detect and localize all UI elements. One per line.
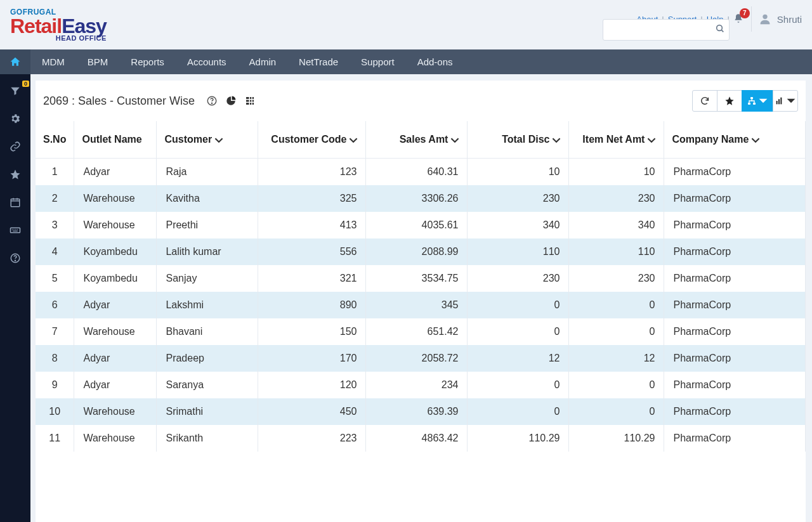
cell-customer: Sanjay <box>157 265 258 292</box>
col-header-outlet[interactable]: Outlet Name <box>74 121 157 159</box>
svg-rect-31 <box>780 98 782 105</box>
svg-rect-20 <box>246 100 249 102</box>
nav-admin[interactable]: Admin <box>238 49 288 74</box>
cell-sales: 2058.72 <box>366 345 468 372</box>
cell-sales: 234 <box>366 372 468 398</box>
cell-sno: 11 <box>36 425 74 452</box>
rail-filter-badge: 0 <box>22 81 29 87</box>
table-row[interactable]: 1AdyarRaja123640.311010PharmaCorp <box>36 159 806 186</box>
svg-rect-8 <box>12 230 13 230</box>
favorite-button[interactable] <box>717 90 742 112</box>
nav-reports[interactable]: Reports <box>119 49 176 74</box>
cell-company: PharmaCorp <box>664 345 806 372</box>
table-row[interactable]: 5KoyambeduSanjay3213534.75230230PharmaCo… <box>36 265 806 292</box>
cell-customer: Preethi <box>157 212 258 238</box>
svg-line-2 <box>721 30 723 32</box>
cell-sno: 1 <box>36 159 74 186</box>
col-header-sales[interactable]: Sales Amt <box>366 121 468 159</box>
cell-company: PharmaCorp <box>664 372 806 398</box>
svg-rect-21 <box>250 100 251 102</box>
cell-customer: Srimathi <box>157 398 258 425</box>
global-search[interactable] <box>603 19 730 41</box>
nav-home-icon[interactable] <box>0 49 30 74</box>
brand-logo: GOFRUGAL RetailEasy HEAD OFFICE <box>10 8 107 42</box>
cell-net: 0 <box>569 398 664 425</box>
cell-outlet: Warehouse <box>74 318 157 345</box>
top-header: GOFRUGAL RetailEasy HEAD OFFICE About | … <box>0 0 812 49</box>
col-header-customer[interactable]: Customer <box>157 121 258 159</box>
nav-accounts[interactable]: Accounts <box>176 49 238 74</box>
chevron-down-icon <box>751 136 760 145</box>
col-header-code[interactable]: Customer Code <box>258 121 366 159</box>
table-row[interactable]: 8AdyarPradeep1702058.721212PharmaCorp <box>36 345 806 372</box>
report-table-wrap[interactable]: S.No Outlet Name Customer Customer Code … <box>36 121 806 522</box>
cell-sno: 8 <box>36 345 74 372</box>
table-row[interactable]: 10WarehouseSrimathi450639.3900PharmaCorp <box>36 398 806 425</box>
cell-net: 0 <box>569 318 664 345</box>
nav-support[interactable]: Support <box>350 49 406 74</box>
cell-net: 110.29 <box>569 425 664 452</box>
chart-button[interactable] <box>773 90 798 112</box>
cell-code: 890 <box>258 292 366 318</box>
cell-disc: 230 <box>468 265 569 292</box>
cell-code: 120 <box>258 372 366 398</box>
table-row[interactable]: 2WarehouseKavitha3253306.26230230PharmaC… <box>36 185 806 212</box>
rail-help-icon[interactable] <box>9 252 22 264</box>
nav-mdm[interactable]: MDM <box>30 49 76 74</box>
table-header-row: S.No Outlet Name Customer Customer Code … <box>36 121 806 159</box>
cell-code: 123 <box>258 159 366 186</box>
table-row[interactable]: 11WarehouseSrikanth2234863.42110.29110.2… <box>36 425 806 452</box>
col-header-sno[interactable]: S.No <box>36 121 74 159</box>
svg-point-0 <box>763 15 767 19</box>
col-header-disc[interactable]: Total Disc <box>468 121 569 159</box>
table-row[interactable]: 7WarehouseBhavani150651.4200PharmaCorp <box>36 318 806 345</box>
nav-nettrade[interactable]: NetTrade <box>287 49 350 74</box>
cell-company: PharmaCorp <box>664 238 806 265</box>
table-row[interactable]: 9AdyarSaranya12023400PharmaCorp <box>36 372 806 398</box>
search-input[interactable] <box>608 25 715 35</box>
cell-outlet: Warehouse <box>74 398 157 425</box>
svg-rect-25 <box>252 103 254 105</box>
search-icon[interactable] <box>715 23 725 36</box>
rail-star-icon[interactable] <box>9 168 22 181</box>
refresh-button[interactable] <box>692 90 717 112</box>
grid-view-icon[interactable] <box>244 95 256 107</box>
chevron-down-icon <box>552 136 561 145</box>
rail-schedule-icon[interactable] <box>9 196 22 209</box>
user-name: Shruti <box>777 14 802 25</box>
cell-disc: 110 <box>468 238 569 265</box>
hierarchy-button[interactable] <box>742 90 773 112</box>
rail-link-icon[interactable] <box>9 140 22 153</box>
cell-sno: 3 <box>36 212 74 238</box>
rail-keyboard-icon[interactable] <box>9 224 22 237</box>
table-row[interactable]: 3WarehousePreethi4134035.61340340PharmaC… <box>36 212 806 238</box>
user-menu[interactable]: Shruti <box>751 6 802 32</box>
rail-settings-icon[interactable] <box>9 112 22 125</box>
report-help-icon[interactable] <box>206 95 218 107</box>
table-row[interactable]: 6AdyarLakshmi89034500PharmaCorp <box>36 292 806 318</box>
svg-rect-18 <box>250 97 251 99</box>
rail-filter-icon[interactable]: 0 <box>9 84 22 97</box>
pie-chart-icon[interactable] <box>225 95 237 107</box>
cell-sales: 345 <box>366 292 468 318</box>
svg-rect-29 <box>776 101 778 104</box>
notifications-badge: 7 <box>740 8 750 18</box>
svg-rect-17 <box>246 97 249 99</box>
svg-rect-11 <box>17 230 18 230</box>
nav-bpm[interactable]: BPM <box>76 49 120 74</box>
col-header-net[interactable]: Item Net Amt <box>569 121 664 159</box>
cell-sales: 2088.99 <box>366 238 468 265</box>
cell-company: PharmaCorp <box>664 398 806 425</box>
svg-rect-3 <box>11 199 20 207</box>
cell-disc: 230 <box>468 185 569 212</box>
cell-sales: 3534.75 <box>366 265 468 292</box>
col-header-company[interactable]: Company Name <box>664 121 806 159</box>
cell-outlet: Koyambedu <box>74 238 157 265</box>
notifications-bell-icon[interactable]: 7 <box>733 13 743 25</box>
svg-rect-28 <box>753 103 756 105</box>
table-row[interactable]: 4KoyambeduLalith kumar5562088.99110110Ph… <box>36 238 806 265</box>
nav-addons[interactable]: Add-ons <box>406 49 464 74</box>
cell-code: 170 <box>258 345 366 372</box>
cell-company: PharmaCorp <box>664 292 806 318</box>
cell-outlet: Adyar <box>74 159 157 186</box>
